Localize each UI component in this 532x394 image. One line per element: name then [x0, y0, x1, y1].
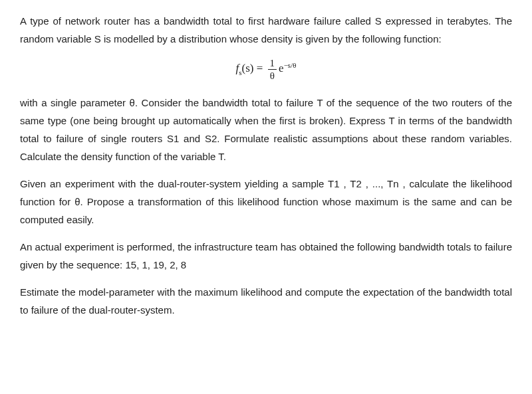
formula-e: e — [279, 62, 284, 74]
paragraph-1: A type of network router has a bandwidth… — [20, 12, 512, 48]
formula-exp: −s/θ — [284, 61, 297, 69]
paragraph-2: with a single parameter θ. Consider the … — [20, 94, 512, 165]
formula-frac-num: 1 — [268, 57, 277, 70]
paragraph-3: Given an experiment with the dual-router… — [20, 175, 512, 229]
paragraph-4: An actual experiment is performed, the i… — [20, 238, 512, 274]
formula-eq: = — [254, 62, 266, 74]
formula-fraction: 1θ — [268, 57, 277, 82]
paragraph-5: Estimate the model-parameter with the ma… — [20, 283, 512, 319]
formula-frac-den: θ — [268, 70, 277, 82]
formula-arg: (s) — [242, 62, 254, 74]
density-formula: fs(s) = 1θe−s/θ — [20, 57, 512, 82]
